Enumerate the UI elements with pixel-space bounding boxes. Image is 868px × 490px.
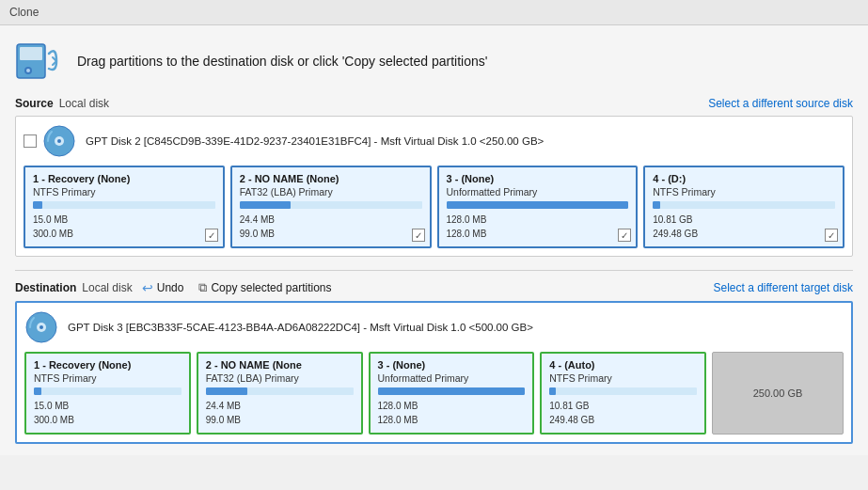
destination-disk-panel: GPT Disk 3 [EBC3B33F-5CAE-4123-BB4A-AD6A… bbox=[15, 301, 853, 444]
partition-progress-wrap bbox=[206, 387, 354, 395]
svg-rect-1 bbox=[20, 47, 42, 60]
destination-disk-title: GPT Disk 3 [EBC3B33F-5CAE-4123-BB4A-AD6A… bbox=[68, 322, 533, 333]
dest-partition-2: 3 - (None) Unformatted Primary 128.0 MB1… bbox=[369, 352, 535, 435]
partition-name: 1 - Recovery (None) bbox=[33, 173, 215, 184]
partition-type: FAT32 (LBA) Primary bbox=[206, 372, 354, 384]
destination-label: Destination bbox=[15, 281, 76, 294]
destination-sublabel: Local disk bbox=[82, 281, 132, 294]
partition-progress-wrap bbox=[447, 201, 629, 209]
source-partition-1: 2 - NO NAME (None) FAT32 (LBA) Primary 2… bbox=[230, 166, 432, 248]
partition-progress-wrap bbox=[33, 201, 215, 209]
svg-point-9 bbox=[39, 325, 43, 329]
partition-progress-fill bbox=[240, 201, 291, 209]
partition-progress-fill bbox=[34, 387, 41, 395]
undo-icon: ↩ bbox=[142, 280, 153, 295]
destination-disk-icon bbox=[24, 310, 58, 344]
dest-partition-3: 4 - (Auto) NTFS Primary 10.81 GB249.48 G… bbox=[540, 352, 706, 435]
header-text: Drag partitions to the destination disk … bbox=[77, 54, 487, 69]
partition-name: 3 - (None) bbox=[447, 173, 629, 184]
partition-progress-wrap bbox=[549, 387, 697, 395]
partition-progress-wrap bbox=[378, 387, 526, 395]
partition-checkbox[interactable]: ✓ bbox=[618, 229, 631, 242]
source-sublabel: Local disk bbox=[59, 97, 109, 110]
partition-progress-fill bbox=[447, 201, 629, 209]
partition-sizes: 24.4 MB99.0 MB bbox=[206, 399, 354, 427]
partition-progress-fill bbox=[549, 387, 555, 395]
source-partition-3: 4 - (D:) NTFS Primary 10.81 GB249.48 GB … bbox=[643, 166, 844, 248]
source-disk-panel: GPT Disk 2 [C845CD9B-339E-41D2-9237-2340… bbox=[15, 116, 853, 257]
checkmark: ✓ bbox=[208, 230, 215, 241]
partition-progress-fill bbox=[206, 387, 247, 395]
source-label: Source bbox=[15, 97, 54, 110]
unallocated-area: 250.00 GB bbox=[712, 352, 844, 435]
source-select-checkbox[interactable] bbox=[24, 134, 37, 148]
partition-check-area[interactable]: ✓ bbox=[205, 229, 218, 242]
partition-progress-fill bbox=[33, 201, 42, 209]
source-partition-2: 3 - (None) Unformatted Primary 128.0 MB1… bbox=[437, 166, 639, 248]
destination-section: Destination Local disk ↩ Undo ⧉ Copy sel… bbox=[15, 280, 853, 444]
partition-check-area[interactable]: ✓ bbox=[412, 229, 425, 242]
copy-icon: ⧉ bbox=[198, 280, 207, 295]
partition-name: 4 - (D:) bbox=[653, 173, 835, 184]
unallocated-label: 250.00 GB bbox=[753, 387, 803, 399]
checkmark: ✓ bbox=[621, 230, 628, 241]
partition-progress-wrap bbox=[34, 387, 181, 395]
partition-check-area[interactable]: ✓ bbox=[825, 229, 838, 242]
dest-partition-0: 1 - Recovery (None) NTFS Primary 15.0 MB… bbox=[24, 352, 191, 435]
select-target-link[interactable]: Select a different target disk bbox=[713, 281, 853, 294]
header-section: Drag partitions to the destination disk … bbox=[15, 37, 853, 86]
partition-sizes: 15.0 MB300.0 MB bbox=[34, 399, 181, 427]
partition-type: NTFS Primary bbox=[653, 186, 835, 198]
partition-progress-wrap bbox=[653, 201, 835, 209]
checkmark: ✓ bbox=[828, 230, 835, 241]
partition-checkbox[interactable]: ✓ bbox=[825, 229, 838, 242]
undo-button[interactable]: ↩ Undo bbox=[142, 280, 184, 295]
partition-type: Unformatted Primary bbox=[447, 186, 629, 198]
partition-sizes: 10.81 GB249.48 GB bbox=[653, 213, 835, 241]
undo-label: Undo bbox=[157, 281, 184, 294]
destination-actions: ↩ Undo ⧉ Copy selected partitions bbox=[142, 280, 332, 295]
partition-name: 2 - NO NAME (None bbox=[206, 359, 354, 371]
partition-progress-wrap bbox=[240, 201, 422, 209]
copy-partitions-button[interactable]: ⧉ Copy selected partitions bbox=[198, 280, 331, 295]
partition-type: NTFS Primary bbox=[549, 372, 697, 384]
partition-sizes: 128.0 MB128.0 MB bbox=[447, 213, 629, 241]
partition-type: Unformatted Primary bbox=[378, 372, 526, 384]
copy-label: Copy selected partitions bbox=[211, 281, 331, 294]
select-source-link[interactable]: Select a different source disk bbox=[708, 97, 853, 110]
source-section: Source Local disk Select a different sou… bbox=[15, 97, 853, 257]
partition-name: 2 - NO NAME (None) bbox=[240, 173, 422, 184]
title-bar: Clone bbox=[0, 0, 868, 25]
destination-partitions-row: 1 - Recovery (None) NTFS Primary 15.0 MB… bbox=[24, 352, 844, 435]
destination-header: Destination Local disk ↩ Undo ⧉ Copy sel… bbox=[15, 280, 853, 295]
partition-checkbox[interactable]: ✓ bbox=[205, 229, 218, 242]
title-bar-label: Clone bbox=[9, 6, 39, 19]
partition-checkbox[interactable]: ✓ bbox=[412, 229, 425, 242]
source-disk-title: GPT Disk 2 [C845CD9B-339E-41D2-9237-2340… bbox=[86, 135, 544, 147]
partition-name: 3 - (None) bbox=[378, 359, 526, 371]
partition-type: FAT32 (LBA) Primary bbox=[240, 186, 422, 198]
source-disk-header: GPT Disk 2 [C845CD9B-339E-41D2-9237-2340… bbox=[24, 124, 844, 158]
dest-partition-1: 2 - NO NAME (None FAT32 (LBA) Primary 24… bbox=[197, 352, 363, 435]
partition-name: 1 - Recovery (None) bbox=[34, 359, 181, 371]
source-disk-icon bbox=[42, 124, 76, 158]
partition-check-area[interactable]: ✓ bbox=[618, 229, 631, 242]
svg-point-6 bbox=[57, 139, 61, 143]
source-partition-0: 1 - Recovery (None) NTFS Primary 15.0 MB… bbox=[24, 166, 225, 248]
partition-sizes: 128.0 MB128.0 MB bbox=[378, 399, 526, 427]
partition-sizes: 24.4 MB99.0 MB bbox=[240, 213, 422, 241]
partition-progress-fill bbox=[653, 201, 660, 209]
partition-sizes: 10.81 GB249.48 GB bbox=[549, 399, 697, 427]
checkmark: ✓ bbox=[415, 230, 422, 241]
source-partitions-row: 1 - Recovery (None) NTFS Primary 15.0 MB… bbox=[24, 166, 844, 248]
partition-name: 4 - (Auto) bbox=[549, 359, 697, 371]
destination-disk-header: GPT Disk 3 [EBC3B33F-5CAE-4123-BB4A-AD6A… bbox=[24, 310, 844, 344]
partition-type: NTFS Primary bbox=[34, 372, 181, 384]
clone-icon bbox=[15, 37, 64, 86]
partition-type: NTFS Primary bbox=[33, 186, 215, 198]
partition-progress-fill bbox=[378, 387, 526, 395]
partition-sizes: 15.0 MB300.0 MB bbox=[33, 213, 215, 241]
source-checkbox[interactable] bbox=[24, 134, 37, 148]
svg-point-3 bbox=[26, 69, 30, 72]
source-header: Source Local disk Select a different sou… bbox=[15, 97, 853, 110]
